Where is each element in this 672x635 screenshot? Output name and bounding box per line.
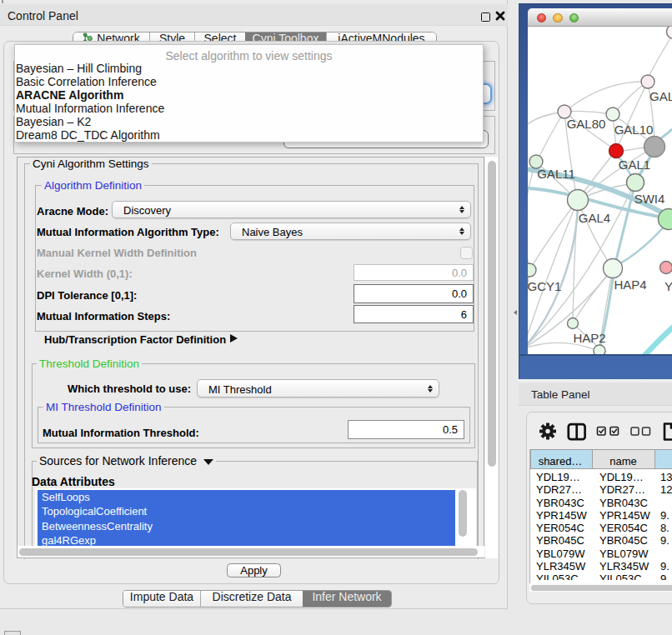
svg-text:GAL1: GAL1: [619, 158, 650, 172]
svg-text:SWI4: SWI4: [634, 192, 665, 206]
svg-text:GAL4: GAL4: [579, 211, 610, 225]
svg-text:GAL11: GAL11: [537, 167, 575, 181]
svg-text:HAP4: HAP4: [614, 278, 646, 292]
svg-text:GAL10: GAL10: [614, 122, 654, 137]
svg-text:GAL8: GAL8: [649, 89, 672, 103]
svg-text:HAP2: HAP2: [573, 331, 605, 345]
svg-text:GCY1: GCY1: [528, 279, 561, 293]
svg-text:Y: Y: [664, 279, 672, 293]
svg-text:GAL80: GAL80: [567, 117, 606, 131]
